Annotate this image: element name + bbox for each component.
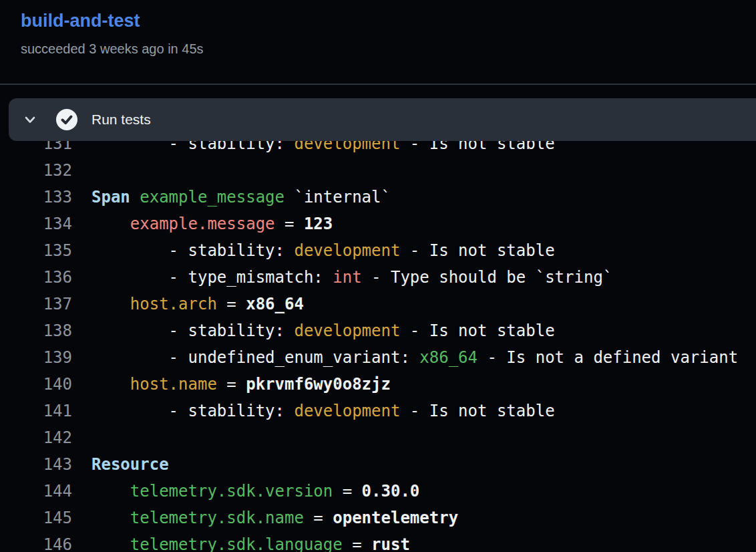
- line-content: example.message = 123: [91, 211, 333, 237]
- line-content: telemetry.sdk.language = rust: [91, 531, 410, 552]
- line-number[interactable]: 132: [0, 157, 72, 184]
- job-status-line: succeeded 3 weeks ago in 45s: [21, 41, 204, 57]
- line-number[interactable]: 144: [0, 478, 72, 505]
- line-number[interactable]: 140: [0, 371, 72, 398]
- line-content: - type_mismatch: int - Type should be `s…: [91, 264, 612, 291]
- chevron-down-icon[interactable]: [23, 112, 37, 127]
- step-name: Run tests: [91, 112, 151, 128]
- line-number[interactable]: 141: [0, 398, 72, 424]
- log-line: 135- stability: development - Is not sta…: [0, 237, 756, 264]
- line-number[interactable]: 142: [0, 424, 72, 451]
- log-line: 138- stability: development - Is not sta…: [0, 317, 756, 344]
- line-content: - undefined_enum_variant: x86_64 - Is no…: [91, 344, 738, 371]
- log-viewer: Run tests 131- stability: development - …: [0, 86, 756, 552]
- job-title-link[interactable]: build-and-test: [21, 11, 140, 31]
- line-number[interactable]: 139: [0, 344, 72, 371]
- log-line: 136- type_mismatch: int - Type should be…: [0, 264, 756, 291]
- line-number[interactable]: 138: [0, 317, 72, 344]
- log-line: 139- undefined_enum_variant: x86_64 - Is…: [0, 344, 756, 371]
- log-line: 146telemetry.sdk.language = rust: [0, 531, 756, 552]
- line-content: host.arch = x86_64: [91, 291, 304, 317]
- check-circle-icon: [56, 109, 77, 130]
- line-number[interactable]: 134: [0, 211, 72, 237]
- line-content: - stability: development - Is not stable: [91, 317, 555, 344]
- job-header: build-and-test succeeded 3 weeks ago in …: [0, 0, 756, 85]
- log-line: 134example.message = 123: [0, 211, 756, 237]
- log-line: 143Resource: [0, 451, 756, 478]
- log-lines: 131- stability: development - Is not sta…: [0, 130, 756, 552]
- line-content: Span example_message `internal`: [91, 184, 391, 211]
- line-number[interactable]: 137: [0, 291, 72, 317]
- line-content: telemetry.sdk.version = 0.30.0: [91, 478, 419, 505]
- line-content: Resource: [91, 451, 169, 478]
- log-line: 140host.name = pkrvmf6wy0o8zjz: [0, 371, 756, 398]
- line-number[interactable]: 133: [0, 184, 72, 211]
- line-number[interactable]: 135: [0, 237, 72, 264]
- line-content: telemetry.sdk.name = opentelemetry: [91, 505, 458, 531]
- line-number[interactable]: 146: [0, 531, 72, 552]
- line-content: - stability: development - Is not stable: [91, 398, 555, 424]
- line-content: - stability: development - Is not stable: [91, 237, 555, 264]
- log-line: 141- stability: development - Is not sta…: [0, 398, 756, 424]
- log-line: 142: [0, 424, 756, 451]
- log-line: 133Span example_message `internal`: [0, 184, 756, 211]
- line-number[interactable]: 136: [0, 264, 72, 291]
- line-number[interactable]: 145: [0, 505, 72, 531]
- log-line: 132: [0, 157, 756, 184]
- workflow-log-screen: build-and-test succeeded 3 weeks ago in …: [0, 0, 756, 552]
- log-line: 145telemetry.sdk.name = opentelemetry: [0, 505, 756, 531]
- log-line: 144telemetry.sdk.version = 0.30.0: [0, 478, 756, 505]
- log-line: 137host.arch = x86_64: [0, 291, 756, 317]
- step-header-run-tests[interactable]: Run tests: [9, 98, 756, 141]
- line-content: host.name = pkrvmf6wy0o8zjz: [91, 371, 391, 398]
- line-number[interactable]: 143: [0, 451, 72, 478]
